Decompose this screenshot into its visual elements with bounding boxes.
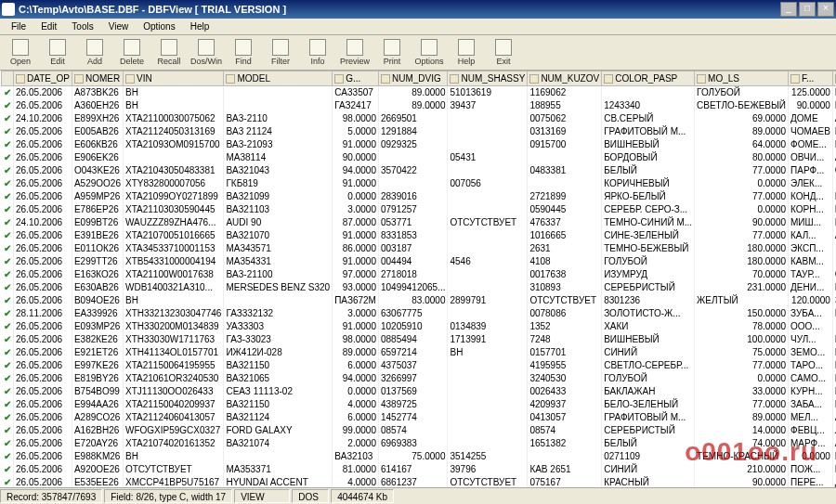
- tool-open[interactable]: Open: [2, 36, 39, 70]
- recall-icon: [161, 39, 177, 56]
- find-icon: [235, 39, 252, 56]
- tool-preview[interactable]: Preview: [336, 36, 373, 70]
- tool-print[interactable]: Print: [373, 36, 411, 70]
- menubar: FileEditToolsViewOptionsHelp: [0, 19, 836, 35]
- minimize-button[interactable]: _: [780, 2, 797, 17]
- edit-icon: [49, 39, 66, 56]
- tool-exit[interactable]: Exit: [485, 36, 522, 70]
- tool-edit[interactable]: Edit: [39, 36, 76, 70]
- dos/win-icon: [198, 39, 215, 56]
- delete-icon: [124, 39, 140, 56]
- toolbar: OpenEditAddDeleteRecallDos/WinFindFilter…: [0, 35, 836, 71]
- open-icon: [12, 39, 29, 56]
- tool-options[interactable]: Options: [411, 36, 448, 70]
- preview-icon: [346, 39, 363, 56]
- add-icon: [86, 39, 103, 56]
- info-icon: [309, 39, 326, 56]
- menu-help[interactable]: Help: [183, 19, 217, 33]
- tool-doswin[interactable]: Dos/Win: [188, 36, 225, 70]
- tool-info[interactable]: Info: [299, 36, 336, 70]
- print-icon: [384, 39, 400, 56]
- tool-delete[interactable]: Delete: [113, 36, 150, 70]
- titlebar: C:\Temp\Avto\BASE.DBF - DBFView [ TRIAL …: [0, 0, 836, 19]
- window-title: C:\Temp\Avto\BASE.DBF - DBFView [ TRIAL …: [19, 4, 778, 15]
- tool-recall[interactable]: Recall: [150, 36, 188, 70]
- filter-icon: [272, 39, 289, 56]
- close-button[interactable]: ×: [817, 2, 834, 17]
- menu-tools[interactable]: Tools: [64, 19, 100, 33]
- menu-file[interactable]: File: [4, 19, 33, 33]
- menu-edit[interactable]: Edit: [33, 19, 64, 33]
- maximize-button[interactable]: □: [799, 2, 816, 17]
- app-icon: [2, 3, 15, 16]
- tool-add[interactable]: Add: [76, 36, 113, 70]
- exit-icon: [495, 39, 512, 56]
- tool-filter[interactable]: Filter: [262, 36, 299, 70]
- tool-help[interactable]: Help: [448, 36, 485, 70]
- tool-find[interactable]: Find: [225, 36, 262, 70]
- help-icon: [458, 39, 475, 56]
- options-icon: [421, 39, 438, 56]
- menu-view[interactable]: View: [101, 19, 137, 33]
- menu-options[interactable]: Options: [136, 19, 182, 33]
